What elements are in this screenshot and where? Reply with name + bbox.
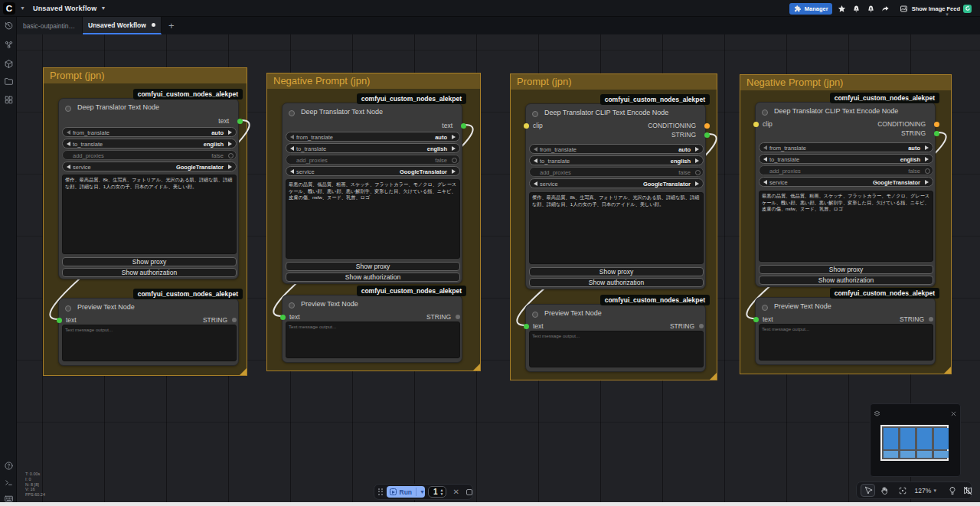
unsaved-dot-icon: [152, 23, 155, 27]
run-label: Run: [400, 488, 413, 496]
zoom-level-dropdown[interactable]: 127% ▼: [911, 484, 941, 497]
drag-handle[interactable]: [378, 488, 383, 496]
pan-tool-button[interactable]: [877, 484, 890, 497]
templates-icon[interactable]: [0, 93, 17, 106]
zoom-level-value: 127%: [915, 487, 932, 495]
node-library-icon[interactable]: [0, 38, 17, 51]
workflow-menu[interactable]: Unsaved Workflow: [33, 5, 97, 12]
share-icon[interactable]: [881, 4, 890, 13]
workflows-icon[interactable]: [0, 74, 17, 88]
link-noodle-1[interactable]: [273, 125, 472, 316]
manager-label: Manager: [805, 5, 828, 12]
tab-label: basic-outpainting-wor...: [23, 22, 76, 30]
tab-label: Unsaved Workflow: [88, 21, 146, 29]
minimap-node-block: [900, 428, 915, 449]
clear-queue-icon[interactable]: ✕: [452, 488, 459, 496]
workflow-tab-1[interactable]: Unsaved Workflow: [83, 17, 162, 34]
link-noodle-2[interactable]: [517, 134, 716, 325]
stop-icon[interactable]: [466, 489, 472, 495]
new-tab-button[interactable]: +: [162, 17, 181, 34]
link-visibility-button[interactable]: [946, 484, 959, 497]
minimap-viewport[interactable]: [880, 425, 949, 461]
show-image-feed-button[interactable]: Show Image Feed: [897, 2, 974, 15]
topbar-collapse-chevron-icon[interactable]: ▼: [945, 12, 949, 17]
minimap-node-block: [934, 428, 949, 449]
workflow-tab-bar: basic-outpainting-wor...Unsaved Workflow…: [17, 17, 980, 34]
run-options-chevron-icon[interactable]: ▼: [420, 489, 425, 495]
manager-button[interactable]: Manager: [789, 3, 832, 15]
queue-history-icon[interactable]: [0, 18, 17, 32]
comfyui-logo[interactable]: C: [3, 2, 15, 15]
queue-run-bar: Run ▼ 1 ▲▼ ✕: [374, 484, 473, 500]
select-tool-button[interactable]: [861, 484, 875, 497]
link-noodle-3[interactable]: [746, 132, 946, 318]
help-icon[interactable]: [0, 459, 17, 472]
bell-a-icon[interactable]: [852, 4, 861, 13]
minimap-node-block-small: [917, 451, 932, 458]
batch-count-spinner[interactable]: ▲▼: [440, 488, 444, 495]
canvas-toolbar: 127% ▼: [856, 482, 972, 499]
top-menu-bar: C ▼ Unsaved Workflow ▼ Manager Show Imag…: [0, 0, 980, 17]
bottom-edge-strip: [0, 502, 980, 506]
model-library-icon[interactable]: [0, 57, 17, 70]
minimap-node-block-small: [900, 451, 915, 458]
minimap-node-block-small: [934, 451, 949, 458]
batch-count-input[interactable]: 1 ▲▼: [428, 486, 447, 498]
terminal-icon[interactable]: [0, 475, 17, 489]
fit-view-button[interactable]: [896, 484, 909, 497]
run-button[interactable]: Run ▼: [387, 486, 425, 498]
play-icon: [390, 488, 397, 495]
workflow-tab-0[interactable]: basic-outpainting-wor...: [17, 17, 83, 34]
feed-toggle-icon[interactable]: [963, 5, 972, 13]
minimap-layers-icon[interactable]: [874, 406, 880, 420]
image-icon: [900, 4, 909, 13]
left-sidebar: [0, 17, 17, 502]
show-image-feed-label: Show Image Feed: [912, 5, 960, 12]
minimap-node-block: [884, 428, 898, 449]
canvas-stats: T: 0.00s I: 0 N: 8 [8] V: 16 FPS:60.24: [25, 472, 45, 498]
minimap-panel[interactable]: [870, 403, 961, 477]
workflow-menu-caret-icon: ▼: [101, 5, 106, 11]
star-icon[interactable]: [838, 4, 847, 13]
bell-b-icon[interactable]: [867, 4, 876, 13]
zoom-caret-icon: ▼: [933, 488, 937, 493]
puzzle-icon: [793, 4, 802, 13]
minimap-node-block: [917, 428, 932, 449]
graph-canvas[interactable]: Prompt (jpn)Negative Prompt (jpn)Prompt …: [17, 34, 980, 502]
minimap-node-block-small: [884, 451, 898, 458]
logo-chevron-icon[interactable]: ▼: [20, 5, 25, 11]
minimap-toggle-button[interactable]: [962, 484, 975, 497]
minimap-close-icon[interactable]: [950, 406, 957, 420]
batch-count-value: 1: [433, 488, 438, 496]
link-noodle-0[interactable]: [50, 120, 249, 319]
